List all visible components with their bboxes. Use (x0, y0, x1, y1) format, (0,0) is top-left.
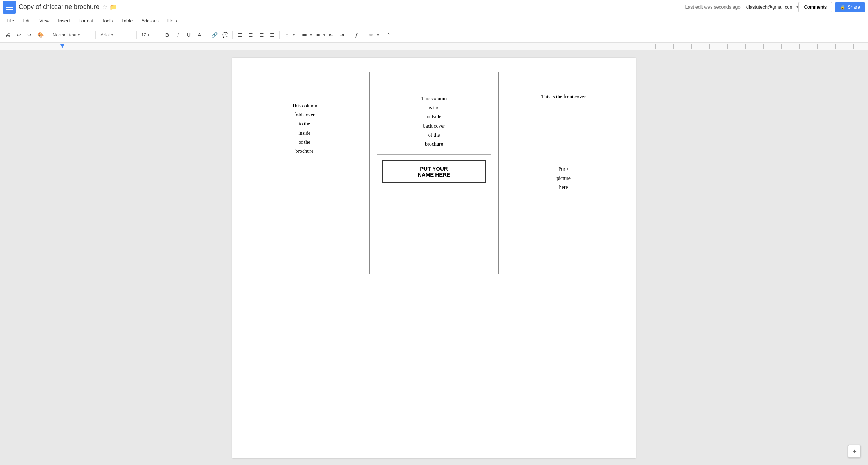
share-button[interactable]: 🔒 Share (835, 2, 865, 12)
menu-help[interactable]: Help (164, 17, 181, 25)
ordered-list-arrow: ▾ (310, 33, 312, 37)
separator-9 (349, 31, 349, 39)
increase-indent-button[interactable]: ⇥ (337, 30, 347, 40)
menu-tools[interactable]: Tools (98, 17, 116, 25)
text-color-button[interactable]: A (194, 30, 205, 40)
menu-format[interactable]: Format (75, 17, 97, 25)
separator-7 (279, 31, 280, 39)
last-edit-status: Last edit was seconds ago (685, 4, 741, 10)
top-bar: Copy of chiccarine brochure ☆ 📁 Last edi… (0, 0, 868, 14)
font-select[interactable]: Arial ▾ (98, 30, 134, 40)
separator-3 (136, 31, 137, 39)
align-right-button[interactable]: ☰ (256, 30, 267, 40)
line-spacing-button[interactable]: ↕ (282, 30, 292, 40)
underline-button[interactable]: U (184, 30, 194, 40)
text-cursor (240, 76, 240, 84)
col2-name-box: PUT YOURNAME HERE (382, 160, 486, 183)
unordered-list-arrow: ▾ (323, 33, 325, 37)
separator-6 (232, 31, 233, 39)
ruler-marker[interactable] (60, 44, 64, 48)
style-value: Normal text (53, 32, 76, 37)
align-left-button[interactable]: ☰ (235, 30, 245, 40)
user-email[interactable]: dlastutech@gmail.com (746, 4, 794, 10)
text-color-a: A (198, 32, 201, 38)
share-label: Share (847, 4, 860, 10)
unordered-list-button[interactable]: ≔ (313, 30, 323, 40)
font-size-select[interactable]: 12 ▾ (139, 30, 157, 40)
col1-text: This columnfolds overto theinsideof theb… (247, 80, 362, 156)
align-center-button[interactable]: ☰ (246, 30, 256, 40)
separator-5 (207, 31, 207, 39)
document-area: This columnfolds overto theinsideof theb… (0, 50, 868, 465)
formula-button[interactable]: ƒ (352, 30, 362, 40)
separator-1 (48, 31, 48, 39)
brochure-column-2[interactable]: This columnis theoutsideback coverof the… (369, 72, 499, 274)
pen-button[interactable]: ✏ (366, 30, 376, 40)
bold-button[interactable]: B (162, 30, 172, 40)
print-button[interactable]: 🖨 (3, 30, 13, 40)
separator-4 (160, 31, 160, 39)
menu-file[interactable]: File (3, 17, 18, 25)
menu-edit[interactable]: Edit (19, 17, 34, 25)
paragraph-style-select[interactable]: Normal text ▾ (50, 30, 93, 40)
separator-10 (364, 31, 364, 39)
collapse-button[interactable]: ⌃ (384, 30, 394, 40)
ordered-list-button[interactable]: ≔ (299, 30, 309, 40)
style-dropdown-arrow: ▾ (78, 33, 80, 37)
app-menu-button[interactable] (3, 1, 16, 14)
assistant-button[interactable]: ✦ (848, 445, 861, 458)
col3-picture-text: Put apicturehere (506, 165, 621, 192)
brochure-table: This columnfolds overto theinsideof theb… (240, 72, 628, 274)
menu-bar: File Edit View Insert Format Tools Table… (0, 14, 868, 27)
italic-button[interactable]: I (173, 30, 183, 40)
pen-arrow: ▾ (377, 33, 379, 37)
menu-table[interactable]: Table (118, 17, 136, 25)
separator-2 (95, 31, 96, 39)
insert-comment-button[interactable]: 💬 (220, 30, 230, 40)
col2-divider (377, 154, 492, 155)
ruler-line (25, 44, 868, 49)
brochure-column-1[interactable]: This columnfolds overto theinsideof theb… (240, 72, 370, 274)
table-row: This columnfolds overto theinsideof theb… (240, 72, 628, 274)
paint-format-button[interactable]: 🎨 (35, 30, 45, 40)
undo-button[interactable]: ↩ (14, 30, 24, 40)
lock-icon: 🔒 (840, 5, 845, 10)
insert-link-button[interactable]: 🔗 (209, 30, 219, 40)
font-value: Arial (100, 32, 110, 37)
assistant-icon: ✦ (852, 448, 857, 455)
separator-11 (381, 31, 381, 39)
comments-button[interactable]: Comments (798, 2, 832, 12)
decrease-indent-button[interactable]: ⇤ (326, 30, 336, 40)
menu-addons[interactable]: Add-ons (138, 17, 162, 25)
font-dropdown-arrow: ▾ (111, 33, 113, 37)
hamburger-icon (6, 5, 13, 10)
align-justify-button[interactable]: ☰ (267, 30, 277, 40)
col2-content: This columnis theoutsideback coverof the… (377, 80, 492, 189)
line-spacing-arrow: ▾ (293, 33, 295, 37)
brochure-column-3[interactable]: This is the front cover Put apicturehere (499, 72, 628, 274)
ruler (0, 43, 868, 50)
font-size-dropdown-arrow: ▾ (148, 33, 149, 37)
document-page: This columnfolds overto theinsideof theb… (232, 58, 636, 458)
document-title: Copy of chiccarine brochure (19, 3, 99, 11)
folder-icon[interactable]: 📁 (109, 4, 117, 10)
separator-8 (297, 31, 297, 39)
redo-button[interactable]: ↪ (24, 30, 35, 40)
menu-view[interactable]: View (36, 17, 53, 25)
menu-insert[interactable]: Insert (54, 17, 73, 25)
col3-front-cover-text: This is the front cover (506, 80, 621, 100)
col2-top-text: This columnis theoutsideback coverof the… (377, 80, 492, 149)
font-size-value: 12 (141, 32, 146, 37)
star-icon[interactable]: ☆ (102, 4, 107, 10)
toolbar: 🖨 ↩ ↪ 🎨 Normal text ▾ Arial ▾ 12 ▾ B I U… (0, 27, 868, 43)
